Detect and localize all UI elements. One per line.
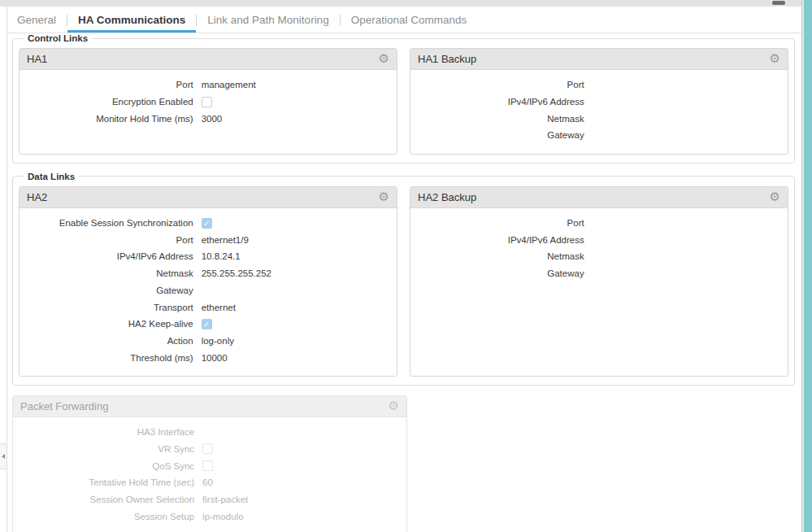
panel-header: Packet Forwarding⚙: [13, 396, 406, 417]
field-row-gateway: Gateway: [28, 282, 389, 299]
field-value: 10.8.24.1: [202, 251, 241, 261]
field-value: 60: [202, 477, 213, 487]
field-label: Gateway: [419, 268, 588, 278]
field-value-wrap: log-only: [198, 334, 389, 347]
panel-header: HA2⚙: [20, 187, 397, 208]
field-label: HA3 Interface: [21, 427, 198, 437]
field-label: Monitor Hold Time (ms): [28, 114, 198, 124]
field-label: IPv4/IPv6 Address: [419, 235, 588, 245]
panel-title: HA2 Backup: [418, 191, 770, 203]
field-value-wrap: [198, 459, 398, 473]
field-row-tentative-hold-time-sec: Tentative Hold Time (sec)60: [21, 474, 398, 491]
tab-general[interactable]: General: [7, 7, 67, 33]
field-value-wrap: [588, 250, 779, 264]
field-row-ha3-interface: HA3 Interface: [21, 424, 398, 441]
field-row-session-setup: Session Setupip-modulo: [21, 508, 398, 525]
field-row-threshold-ms: Threshold (ms)10000: [28, 349, 389, 366]
field-label: Netmask: [28, 268, 198, 278]
panel-body: PortmanagementEncryption EnabledMonitor …: [20, 70, 397, 154]
field-row-netmask: Netmask: [419, 110, 779, 127]
field-value: first-packet: [202, 495, 248, 504]
tab-link-and-path-monitoring[interactable]: Link and Path Monitoring: [197, 7, 339, 33]
field-label: Port: [28, 235, 198, 245]
field-value-wrap: ✓: [198, 317, 389, 331]
field-row-port: Port: [419, 76, 779, 94]
field-value: log-only: [202, 336, 234, 346]
field-row-encryption-enabled: Encryption Enabled: [28, 94, 389, 111]
field-row-transport: Transportethernet: [28, 299, 389, 316]
panel-title: HA1: [27, 53, 379, 65]
field-label: QoS Sync: [21, 461, 198, 471]
gear-icon[interactable]: ⚙: [770, 53, 780, 65]
section-legend: Control Links: [24, 33, 92, 43]
ha-communications-page: GeneralHA CommunicationsLink and Path Mo…: [7, 7, 801, 532]
field-row-port: Portethernet1/9: [28, 231, 389, 248]
field-label: Gateway: [28, 286, 198, 295]
field-value-wrap: 10.8.24.1: [198, 250, 389, 264]
panel-ha2: HA2⚙Enable Session Synchronization✓Porte…: [19, 186, 397, 377]
checkbox-encryption-enabled[interactable]: [202, 97, 212, 107]
field-row-port: Port: [419, 215, 779, 232]
field-label: Tentative Hold Time (sec): [21, 477, 198, 487]
field-row-ipv4-ipv6-address: IPv4/IPv6 Address: [419, 94, 779, 111]
field-value: 3000: [202, 114, 223, 124]
panel-body: Enable Session Synchronization✓Portether…: [20, 208, 397, 376]
field-value-wrap: first-packet: [198, 493, 398, 507]
field-value-wrap: [588, 129, 779, 142]
field-label: IPv4/IPv6 Address: [419, 97, 588, 107]
field-value-wrap: 3000: [198, 111, 389, 125]
panel-title: HA2: [27, 191, 379, 203]
field-label: Gateway: [419, 130, 588, 140]
panels-row: HA1⚙PortmanagementEncryption EnabledMoni…: [19, 48, 788, 155]
field-value: ethernet1/9: [202, 235, 249, 245]
field-row-monitor-hold-time-ms: Monitor Hold Time (ms)3000: [28, 110, 389, 127]
field-label: Session Setup: [21, 512, 198, 521]
field-value-wrap: management: [198, 78, 389, 92]
field-value-wrap: 10000: [198, 351, 389, 364]
tab-ha-communications[interactable]: HA Communications: [67, 7, 196, 33]
field-label: Port: [419, 80, 588, 89]
field-label: Action: [28, 336, 198, 346]
right-edge-bar: [801, 0, 812, 532]
gear-icon[interactable]: ⚙: [379, 53, 389, 65]
field-row-enable-session-synchronization: Enable Session Synchronization✓: [28, 215, 389, 232]
checkbox-enable-session-synchronization[interactable]: ✓: [202, 218, 212, 229]
content: Control LinksHA1⚙PortmanagementEncryptio…: [7, 33, 801, 532]
field-value-wrap: [588, 267, 779, 281]
field-row-ha2-keep-alive: HA2 Keep-alive✓: [28, 316, 389, 333]
field-row-ipv4-ipv6-address: IPv4/IPv6 Address: [419, 231, 779, 248]
tab-operational-commands[interactable]: Operational Commands: [341, 7, 478, 33]
field-value: ethernet: [202, 303, 236, 312]
panel-ha1: HA1⚙PortmanagementEncryption EnabledMoni…: [19, 48, 397, 155]
field-value-wrap: ethernet: [198, 300, 389, 314]
section-control-links: Control LinksHA1⚙PortmanagementEncryptio…: [12, 33, 795, 164]
checkbox-ha2-keep-alive[interactable]: ✓: [202, 319, 212, 329]
field-label: Threshold (ms): [28, 353, 198, 363]
field-label: HA2 Keep-alive: [28, 319, 198, 329]
field-value-wrap: ip-modulo: [198, 509, 398, 523]
field-row-ipv4-ipv6-address: IPv4/IPv6 Address10.8.24.1: [28, 248, 389, 265]
field-value-wrap: ethernet1/9: [198, 233, 389, 246]
checkbox-qos-sync: [202, 460, 213, 471]
sidebar-collapse-handle[interactable]: [0, 443, 7, 469]
gear-icon[interactable]: ⚙: [770, 191, 780, 203]
gear-icon[interactable]: ⚙: [379, 191, 389, 203]
panel-header: HA1⚙: [20, 49, 397, 70]
field-value: management: [202, 80, 256, 89]
panel-header: HA2 Backup⚙: [410, 187, 788, 208]
field-label: IPv4/IPv6 Address: [28, 251, 198, 261]
field-value-wrap: [198, 425, 398, 439]
field-row-action: Actionlog-only: [28, 333, 389, 350]
field-label: Port: [419, 218, 588, 228]
top-drag-handle[interactable]: [772, 1, 785, 5]
chevron-left-icon: [2, 454, 5, 459]
field-row-vr-sync: VR Sync: [21, 441, 398, 458]
field-label: Transport: [28, 303, 198, 312]
packet-forwarding-wrap: Packet Forwarding⚙HA3 InterfaceVR SyncQo…: [12, 395, 407, 532]
field-value: 255.255.255.252: [202, 268, 271, 278]
panel-body: HA3 InterfaceVR SyncQoS SyncTentative Ho…: [13, 417, 406, 532]
panel-packet-forwarding: Packet Forwarding⚙HA3 InterfaceVR SyncQo…: [12, 395, 407, 532]
tab-bar: GeneralHA CommunicationsLink and Path Mo…: [7, 7, 801, 33]
field-value-wrap: [588, 233, 779, 246]
field-value-wrap: ✓: [198, 216, 389, 230]
